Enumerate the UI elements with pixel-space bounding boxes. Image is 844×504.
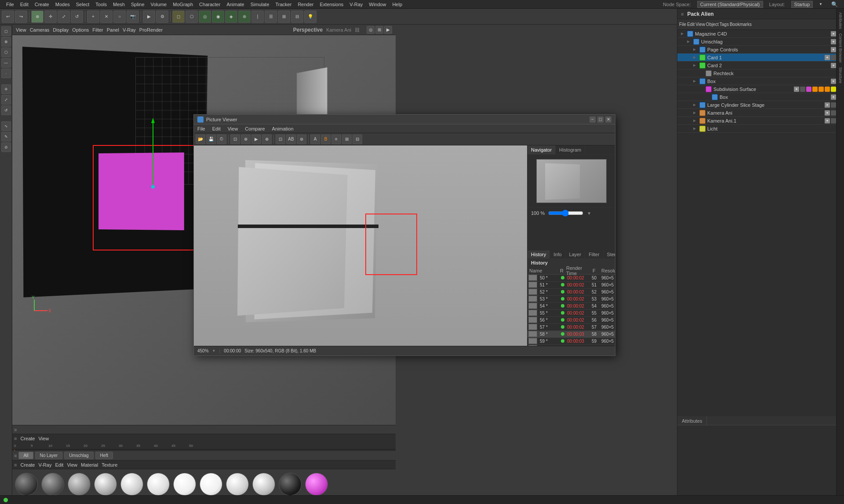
pv-menu-compare[interactable]: Compare — [243, 126, 266, 131]
pv-titlebar[interactable]: Picture Viewer − □ ✕ — [194, 115, 615, 124]
vp-menu-display[interactable]: Display — [53, 27, 69, 33]
tree-eye-icon-9[interactable]: ● — [825, 102, 830, 108]
select-btn[interactable]: ⊕ — [31, 11, 44, 23]
tool-move[interactable]: ✛ — [1, 84, 11, 94]
pv-lut-btn[interactable]: A — [310, 134, 320, 144]
menu-file[interactable]: File — [4, 2, 17, 7]
mode-point[interactable]: · — [1, 69, 11, 78]
menu-tools[interactable]: Tools — [93, 2, 109, 7]
move-btn[interactable]: ✛ — [44, 11, 57, 23]
layout-value[interactable]: Startup — [791, 1, 813, 8]
material-ball-2[interactable] — [68, 473, 91, 496]
layer-tab-umschlag[interactable]: Umschlag — [64, 452, 93, 459]
layer-tab-all[interactable]: All — [18, 452, 33, 459]
tree-item-7[interactable]: Subdivision Surface● — [677, 85, 844, 93]
field-btn[interactable]: ⊛ — [238, 11, 251, 23]
pv-compare-btn[interactable]: ⊡ — [276, 134, 285, 144]
tree-eye-icon-8[interactable]: ● — [831, 94, 836, 100]
layer-tab-no-layer[interactable]: No Layer — [35, 452, 63, 459]
mat-function[interactable]: View — [67, 462, 77, 468]
material-ball-0[interactable] — [15, 473, 38, 496]
pv-hdr-btn[interactable]: ≡ — [331, 134, 341, 144]
pv-menu-file[interactable]: File — [196, 126, 207, 131]
om-view[interactable]: View — [695, 22, 705, 27]
hist-row-6[interactable]: 56 *00:00:0256960×5 — [528, 317, 615, 324]
vp-menu-options[interactable]: Options — [72, 27, 89, 33]
menu-volume[interactable]: Volume — [148, 2, 170, 7]
tree-item-3[interactable]: ▶Card 1● — [677, 54, 844, 62]
menu-spline[interactable]: Spline — [128, 2, 147, 7]
tree-item-2[interactable]: ▶Page Controls● — [677, 46, 844, 54]
pv-tab-layer[interactable]: Layer — [566, 250, 586, 258]
pv-minimize-btn[interactable]: − — [589, 116, 596, 123]
hist-row-7[interactable]: 57 *00:00:0257960×5 — [528, 324, 615, 331]
om-bookmarks[interactable]: Bookmarks — [730, 22, 752, 27]
tree-eye-icon-6[interactable]: ● — [831, 79, 836, 84]
tree-eye-icon-1[interactable]: ● — [831, 39, 836, 44]
pv-tab-info[interactable]: Info — [550, 250, 565, 258]
pv-zoom-btn[interactable]: ⊕ — [241, 134, 251, 144]
tree-lock-icon-7[interactable] — [800, 87, 805, 92]
pv-ab-btn[interactable]: AB — [286, 134, 296, 144]
menu-vray[interactable]: V-Ray — [347, 2, 365, 7]
tree-item-11[interactable]: ▶Kamera Ani.1● — [677, 117, 844, 125]
tree-arrow-10[interactable]: ▶ — [693, 111, 698, 115]
timeline-create-btn[interactable]: Create — [20, 436, 35, 441]
mat-texture[interactable]: Texture — [102, 462, 117, 468]
tree-eye-icon-3[interactable]: ● — [825, 55, 830, 60]
search-icon[interactable]: 🔍 — [829, 1, 840, 7]
workplane-btn[interactable]: ⊟ — [291, 11, 303, 23]
tree-eye-icon-2[interactable]: ● — [831, 47, 836, 52]
menu-mesh[interactable]: Mesh — [110, 2, 127, 7]
menu-simulate[interactable]: Simulate — [248, 2, 272, 7]
tree-arrow-4[interactable]: ▶ — [693, 63, 698, 67]
pv-canvas[interactable] — [194, 145, 527, 346]
menu-tracker[interactable]: Tracker — [273, 2, 295, 7]
hist-row-8[interactable]: 58 *00:00:0358960×5 — [528, 331, 615, 338]
menu-modes[interactable]: Modes — [53, 2, 73, 7]
vp-btn-2[interactable]: ⊞ — [375, 26, 383, 34]
material-ball-8[interactable] — [226, 473, 249, 496]
tool-rotate[interactable]: ↺ — [1, 105, 11, 115]
vp-menu-panel[interactable]: Panel — [107, 27, 119, 33]
tree-item-10[interactable]: ▶Kamera Ani● — [677, 109, 844, 117]
mode-edge[interactable]: — — [1, 58, 11, 68]
material-ball-1[interactable] — [41, 473, 64, 496]
hist-row-9[interactable]: 59 *00:00:0359960×5 — [528, 338, 615, 345]
rotate-btn[interactable]: ↺ — [71, 11, 83, 23]
pv-zoom-slider[interactable] — [548, 210, 583, 217]
pv-copy-btn[interactable]: © — [217, 134, 226, 144]
tree-arrow-0[interactable]: ▶ — [681, 32, 685, 36]
vp-menu-filter[interactable]: Filter — [92, 27, 103, 33]
timeline-menu-icon[interactable]: ≡ — [14, 436, 17, 441]
menu-help[interactable]: Help — [389, 2, 405, 7]
cube-btn[interactable]: ◻ — [172, 11, 185, 23]
tree-item-4[interactable]: ▶Card 2● — [677, 62, 844, 69]
mograph-btn[interactable]: ◈ — [225, 11, 237, 23]
tree-item-0[interactable]: ▶Magazine C4D● — [677, 30, 844, 38]
tree-lock-icon-3[interactable] — [831, 55, 836, 60]
hist-row-5[interactable]: 55 *00:00:0255960×5 — [528, 310, 615, 317]
camera-link-icon[interactable]: ⛓ — [355, 27, 360, 33]
menu-character[interactable]: Character — [196, 2, 223, 7]
pv-open-btn[interactable]: 📂 — [196, 134, 205, 144]
hist-row-4[interactable]: 54 *00:00:0254960×5 — [528, 303, 615, 310]
light2-btn[interactable]: 💡 — [304, 11, 316, 23]
om-tags[interactable]: Tags — [720, 22, 729, 27]
vtab-attributes[interactable]: Attributes — [837, 11, 844, 31]
tree-arrow-12[interactable]: ▶ — [693, 127, 698, 131]
om-object[interactable]: Object — [706, 22, 719, 27]
tool-spline[interactable]: ∿ — [1, 121, 11, 131]
vp-menu-prorender[interactable]: ProRender — [139, 27, 163, 33]
layer-settings-icon[interactable]: ≡ — [14, 453, 17, 458]
undo-btn[interactable]: ↩ — [2, 11, 14, 23]
mode-poly[interactable]: ⬡ — [1, 47, 11, 57]
hist-row-3[interactable]: 53 *00:00:0253960×5 — [528, 296, 615, 303]
timeline-view-btn[interactable]: View — [38, 436, 49, 441]
pv-menu-view[interactable]: View — [226, 126, 240, 131]
tool-brush[interactable]: ✎ — [1, 132, 11, 141]
tree-eye-icon-7[interactable]: ● — [794, 87, 799, 92]
tree-arrow-11[interactable]: ▶ — [693, 119, 698, 123]
snap-btn[interactable]: ⊞ — [278, 11, 290, 23]
pv-tab-navigator[interactable]: Navigator — [528, 145, 556, 154]
